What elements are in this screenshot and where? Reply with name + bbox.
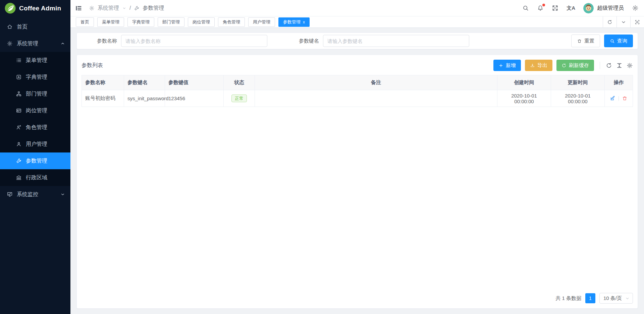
tabs-dropdown-button[interactable] <box>616 16 630 27</box>
page-size-value: 10 条/页 <box>603 295 622 302</box>
search-form-actions: 重置 查询 <box>571 35 633 47</box>
tab-dict-management[interactable]: 字典管理 <box>127 17 154 27</box>
edit-row-button[interactable] <box>610 96 615 101</box>
trash-icon <box>622 96 628 101</box>
refresh-cache-button[interactable]: 刷新缓存 <box>556 60 594 71</box>
tab-home[interactable]: 首页 <box>76 17 94 27</box>
card-title: 参数列表 <box>82 62 103 69</box>
user-menu[interactable]: 超级管理员 <box>583 3 624 13</box>
sidebar-item-system-management[interactable]: 系统管理 <box>0 35 70 52</box>
sidebar: Coffee Admin 首页 系统管理 <box>0 0 70 314</box>
search-button[interactable]: 查询 <box>604 35 633 47</box>
download-icon <box>530 63 535 68</box>
tab-role-management[interactable]: 角色管理 <box>218 17 245 27</box>
sidebar-item-system-monitor[interactable]: 系统监控 <box>0 186 70 203</box>
refresh-cache-button-label: 刷新缓存 <box>569 62 589 69</box>
tab-close-icon[interactable]: x <box>303 20 305 24</box>
notifications-button[interactable] <box>537 5 544 11</box>
cell-param-value: 123456 <box>165 90 224 107</box>
settings-button[interactable] <box>632 5 639 11</box>
plus-icon <box>498 63 503 68</box>
system-management-submenu: 菜单管理 字典管理 部门管理 <box>0 52 70 186</box>
param-name-input[interactable] <box>121 35 267 47</box>
export-button[interactable]: 导出 <box>525 60 552 71</box>
fold-sidebar-button[interactable] <box>75 5 82 12</box>
search-icon <box>522 5 529 11</box>
sidebar-item-label: 用户管理 <box>26 141 47 148</box>
delete-row-button[interactable] <box>622 96 628 101</box>
reset-button[interactable]: 重置 <box>571 35 600 47</box>
translate-icon[interactable]: 文A <box>567 5 575 11</box>
sidebar-item-label: 首页 <box>17 23 28 30</box>
param-key-input[interactable] <box>323 35 469 47</box>
tab-param-management[interactable]: 参数管理 x <box>278 17 310 27</box>
gear-icon <box>89 5 95 11</box>
refresh-icon <box>607 19 612 25</box>
pagination-total: 共 1 条数据 <box>555 295 581 302</box>
sidebar-menu: 首页 系统管理 菜单管理 <box>0 16 70 314</box>
tabs-controls <box>603 16 644 27</box>
refresh-icon <box>561 63 567 68</box>
tab-label: 用户管理 <box>253 19 270 25</box>
sidebar-item-label: 字典管理 <box>26 74 47 81</box>
sidebar-item-home[interactable]: 首页 <box>0 18 70 35</box>
trash-icon <box>577 39 582 44</box>
bank-icon <box>16 175 22 181</box>
list-icon <box>16 57 22 63</box>
breadcrumb-separator: / <box>129 5 131 11</box>
notification-dot <box>542 4 545 6</box>
refresh-table-button[interactable] <box>606 62 612 69</box>
app-logo: Coffee Admin <box>0 0 70 16</box>
fullscreen-button[interactable] <box>552 5 558 11</box>
sidebar-item-label: 参数管理 <box>26 158 47 165</box>
cell-actions <box>605 90 633 107</box>
column-settings-button[interactable] <box>627 62 633 69</box>
search-icon <box>610 39 615 44</box>
sidebar-item-param-management[interactable]: 参数管理 <box>0 152 70 169</box>
sidebar-item-menu-management[interactable]: 菜单管理 <box>0 52 70 69</box>
tab-post-management[interactable]: 岗位管理 <box>188 17 215 27</box>
refresh-icon <box>606 62 612 69</box>
chevron-up-icon <box>60 41 65 46</box>
cell-remark <box>255 90 497 107</box>
row-height-button[interactable] <box>616 62 623 69</box>
sidebar-item-dict-management[interactable]: 字典管理 <box>0 69 70 85</box>
reset-button-label: 重置 <box>584 38 594 44</box>
tab-label: 部门管理 <box>162 19 180 25</box>
page-size-select[interactable]: 10 条/页 <box>599 293 633 304</box>
add-button-label: 新增 <box>506 62 516 69</box>
param-list-header: 参数列表 新增 导出 <box>82 60 633 71</box>
sidebar-item-dept-management[interactable]: 部门管理 <box>0 85 70 102</box>
avatar <box>583 3 594 13</box>
tab-label: 首页 <box>80 19 89 25</box>
user-icon <box>16 141 22 147</box>
tab-menu-management[interactable]: 菜单管理 <box>97 17 124 27</box>
refresh-tab-button[interactable] <box>603 16 616 27</box>
tags-view-bar: 首页 菜单管理 字典管理 部门管理 岗位管理 角色管理 用户管理 参数管理 x <box>70 16 644 28</box>
chevron-down-icon <box>60 192 65 197</box>
table-row: 账号初始密码 sys_init_password 123456 正常 2020-… <box>82 90 633 107</box>
sidebar-item-user-management[interactable]: 用户管理 <box>0 136 70 152</box>
export-button-label: 导出 <box>537 62 547 69</box>
add-button[interactable]: 新增 <box>493 60 521 71</box>
toolbar-divider <box>600 62 600 69</box>
page-1-button[interactable]: 1 <box>585 293 595 303</box>
sidebar-item-role-management[interactable]: 角色管理 <box>0 119 70 136</box>
dict-icon <box>16 74 22 80</box>
col-param-key: 参数键名 <box>124 75 165 90</box>
tab-dept-management[interactable]: 部门管理 <box>158 17 184 27</box>
breadcrumb-current: 参数管理 <box>143 5 164 12</box>
header-search-button[interactable] <box>522 5 529 11</box>
tab-user-management[interactable]: 用户管理 <box>248 17 275 27</box>
monitor-icon <box>7 191 13 197</box>
sidebar-item-admin-region[interactable]: 行政区域 <box>0 169 70 186</box>
maximize-view-button[interactable] <box>630 16 644 27</box>
cell-param-name: 账号初始密码 <box>82 90 124 107</box>
badge-icon <box>16 108 22 114</box>
sidebar-item-post-management[interactable]: 岗位管理 <box>0 102 70 119</box>
param-table: 参数名称 参数键名 参数键值 状态 备注 创建时间 更新时间 操作 账号初始密码 <box>82 75 633 107</box>
search-button-label: 查询 <box>617 38 627 44</box>
cell-created: 2020-10-01 00:00:00 <box>497 90 551 107</box>
breadcrumb-parent[interactable]: 系统管理 <box>98 5 119 12</box>
col-remark: 备注 <box>255 75 497 90</box>
